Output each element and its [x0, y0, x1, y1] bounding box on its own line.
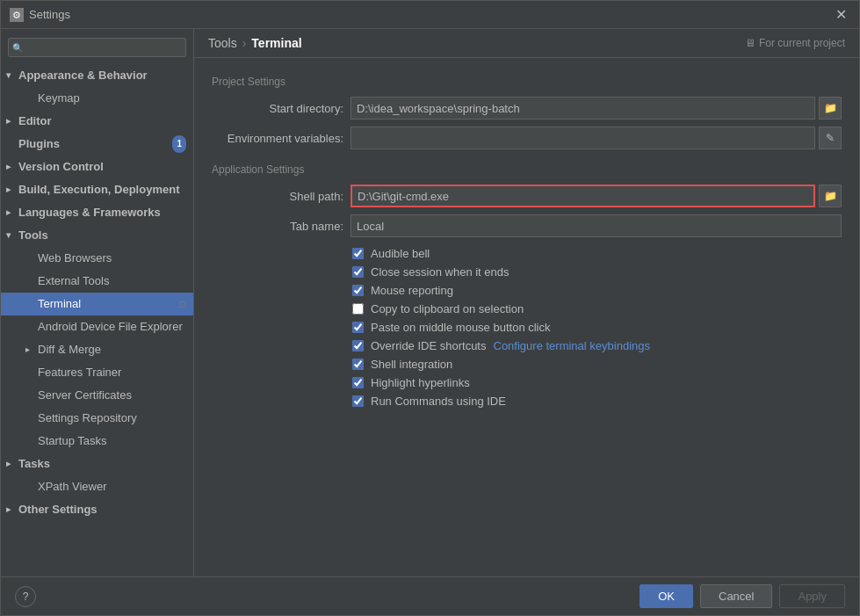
- start-directory-label: Start directory:: [212, 102, 343, 115]
- copy-clipboard-checkbox[interactable]: [352, 303, 364, 315]
- sidebar-item-tools[interactable]: Tools: [1, 224, 193, 247]
- env-vars-edit-button[interactable]: ✎: [819, 127, 842, 149]
- chevron-icon: [6, 227, 15, 244]
- app-settings-label: Application Settings: [212, 163, 842, 176]
- chevron-icon: [6, 158, 15, 176]
- sidebar-item-editor[interactable]: Editor: [1, 110, 193, 133]
- start-directory-browse-button[interactable]: 📁: [819, 97, 842, 120]
- monitor-icon: 🖥: [745, 37, 755, 49]
- sidebar-item-appearance-behavior[interactable]: Appearance & Behavior: [1, 64, 193, 87]
- audible-bell-label: Audible bell: [371, 247, 430, 260]
- sidebar-item-label: Other Settings: [18, 501, 98, 518]
- sidebar-item-build-execution[interactable]: Build, Execution, Deployment: [1, 178, 193, 201]
- checkbox-row-close-session: Close session when it ends: [212, 263, 842, 281]
- sidebar-item-terminal[interactable]: Terminal⊡: [1, 293, 193, 315]
- checkbox-row-highlight-hyperlinks: Highlight hyperlinks: [212, 373, 842, 392]
- shell-integration-label: Shell integration: [371, 358, 452, 371]
- help-button[interactable]: ?: [15, 586, 36, 607]
- shell-integration-checkbox[interactable]: [352, 359, 364, 370]
- breadcrumb-separator: ›: [242, 36, 247, 50]
- run-commands-label: Run Commands using IDE: [371, 395, 506, 408]
- tab-name-label: Tab name:: [212, 220, 343, 233]
- sidebar-item-label: Appearance & Behavior: [18, 67, 148, 84]
- sidebar: Appearance & BehaviorKeymapEditorPlugins…: [1, 29, 194, 576]
- footer: ? OK Cancel Apply: [1, 576, 859, 615]
- close-button[interactable]: ✕: [832, 6, 850, 23]
- sidebar-item-xpath-viewer[interactable]: XPath Viewer: [1, 475, 193, 498]
- sidebar-item-label: Editor: [18, 112, 52, 130]
- sidebar-item-keymap[interactable]: Keymap: [1, 87, 193, 110]
- apply-button[interactable]: Apply: [779, 584, 845, 608]
- sidebar-item-label: Settings Repository: [38, 409, 137, 427]
- env-vars-label: Environment variables:: [212, 132, 343, 145]
- breadcrumb: Tools › Terminal: [208, 36, 302, 50]
- sidebar-item-label: XPath Viewer: [38, 478, 107, 496]
- sidebar-item-plugins[interactable]: Plugins1: [1, 133, 193, 156]
- checkbox-row-paste-middle: Paste on middle mouse button click: [212, 318, 842, 337]
- checkbox-row-shell-integration: Shell integration: [212, 355, 842, 373]
- sidebar-item-settings-repository[interactable]: Settings Repository: [1, 407, 193, 430]
- search-input[interactable]: [8, 38, 186, 57]
- sidebar-item-android-device[interactable]: Android Device File Explorer: [1, 315, 193, 338]
- copy-clipboard-label: Copy to clipboard on selection: [371, 302, 524, 315]
- override-ide-label: Override IDE shortcuts: [371, 339, 487, 352]
- sidebar-item-tasks[interactable]: Tasks: [1, 453, 193, 475]
- start-directory-row: Start directory: 📁: [212, 97, 842, 120]
- override-ide-link[interactable]: Configure terminal keybindings: [494, 339, 650, 352]
- sidebar-item-label: Languages & Frameworks: [18, 204, 161, 221]
- titlebar: ⚙ Settings ✕: [1, 1, 859, 29]
- ok-button[interactable]: OK: [640, 584, 693, 608]
- sidebar-item-web-browsers[interactable]: Web Browsers: [1, 247, 193, 270]
- chevron-icon: [6, 181, 15, 199]
- shell-path-label: Shell path:: [212, 190, 343, 203]
- checkbox-row-override-ide: Override IDE shortcutsConfigure terminal…: [212, 337, 842, 355]
- tab-name-input[interactable]: [351, 214, 842, 237]
- cancel-button[interactable]: Cancel: [700, 584, 772, 608]
- sidebar-item-label: Android Device File Explorer: [38, 318, 183, 336]
- sidebar-item-label: Version Control: [18, 158, 104, 176]
- run-commands-checkbox[interactable]: [352, 395, 364, 407]
- badge: 1: [172, 135, 186, 153]
- for-project-label: For current project: [759, 37, 845, 49]
- sidebar-item-other-settings[interactable]: Other Settings: [1, 498, 193, 521]
- highlight-hyperlinks-checkbox[interactable]: [352, 377, 364, 388]
- chevron-icon: [6, 455, 15, 473]
- sidebar-item-languages-frameworks[interactable]: Languages & Frameworks: [1, 201, 193, 224]
- sidebar-item-version-control[interactable]: Version Control: [1, 156, 193, 178]
- sidebar-item-label: Terminal: [38, 295, 81, 313]
- paste-middle-label: Paste on middle mouse button click: [371, 321, 551, 334]
- main-body: Project Settings Start directory: 📁 Envi…: [194, 58, 859, 576]
- search-wrapper-container: [8, 38, 186, 57]
- shell-path-browse-button[interactable]: 📁: [819, 185, 842, 207]
- close-session-checkbox[interactable]: [352, 266, 364, 278]
- sidebar-item-external-tools[interactable]: External Tools: [1, 270, 193, 293]
- chevron-icon: [6, 501, 15, 518]
- settings-window: ⚙ Settings ✕ Appearance & BehaviorKeymap…: [0, 0, 860, 616]
- sidebar-item-label: Features Trainer: [38, 364, 121, 381]
- start-directory-input[interactable]: [351, 97, 815, 120]
- app-icon: ⚙: [10, 8, 24, 22]
- audible-bell-checkbox[interactable]: [352, 248, 364, 259]
- sidebar-item-startup-tasks[interactable]: Startup Tasks: [1, 430, 193, 453]
- sidebar-item-label: Plugins: [18, 135, 60, 153]
- breadcrumb-parent: Tools: [208, 36, 237, 50]
- close-session-label: Close session when it ends: [371, 265, 509, 279]
- mouse-reporting-checkbox[interactable]: [352, 285, 364, 296]
- shell-path-row: Shell path: 📁: [212, 185, 842, 207]
- mouse-reporting-label: Mouse reporting: [371, 284, 453, 297]
- sidebar-item-label: Tasks: [18, 455, 50, 473]
- sidebar-item-label: Build, Execution, Deployment: [18, 181, 179, 199]
- shell-path-input[interactable]: [351, 185, 815, 207]
- highlight-hyperlinks-label: Highlight hyperlinks: [371, 376, 470, 389]
- sidebar-item-server-certificates[interactable]: Server Certificates: [1, 384, 193, 407]
- project-settings-label: Project Settings: [212, 76, 842, 88]
- env-vars-input[interactable]: [351, 127, 815, 149]
- override-ide-checkbox[interactable]: [352, 340, 364, 351]
- sidebar-item-features-trainer[interactable]: Features Trainer: [1, 361, 193, 384]
- paste-middle-checkbox[interactable]: [352, 322, 364, 333]
- checkbox-row-audible-bell: Audible bell: [212, 244, 842, 263]
- breadcrumb-current: Terminal: [251, 36, 301, 50]
- sidebar-item-diff-merge[interactable]: Diff & Merge: [1, 338, 193, 361]
- main-header: Tools › Terminal 🖥 For current project: [194, 29, 859, 58]
- checkbox-row-copy-clipboard: Copy to clipboard on selection: [212, 300, 842, 318]
